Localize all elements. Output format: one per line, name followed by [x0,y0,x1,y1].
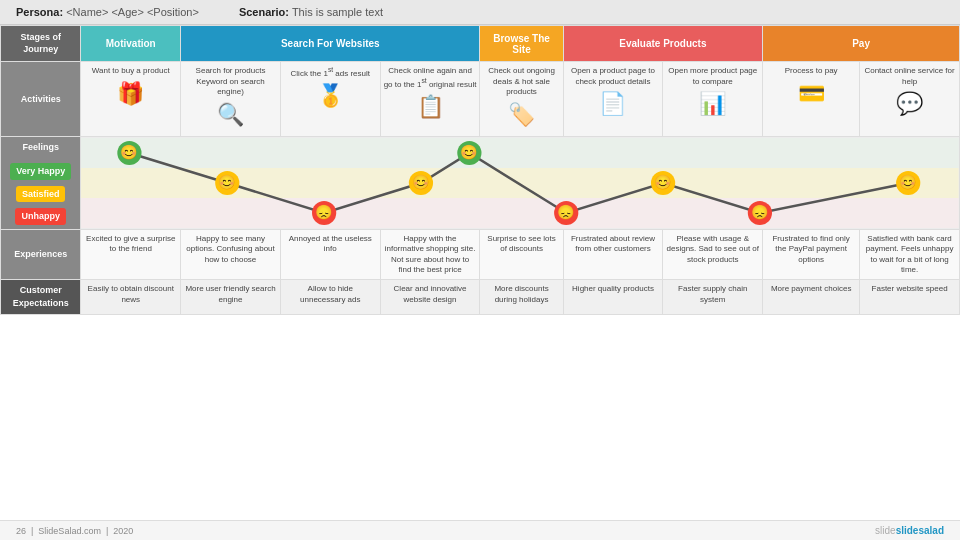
stage-motivation: Motivation [81,26,181,62]
expectation-2: More user friendly search engine [181,280,281,314]
svg-text:😞: 😞 [315,203,333,221]
expectation-1: Easily to obtain discount news [81,280,181,314]
stage-browse: Browse The Site [480,26,563,62]
footer-brand: slideslidesalad [875,525,944,536]
svg-rect-2 [81,198,959,228]
experience-2: Happy to see many options. Confusing abo… [181,229,281,280]
persona-bar: Persona: <Name> <Age> <Position> Scenari… [0,0,960,25]
experience-8: Frustrated to find only the PayPal payme… [763,229,860,280]
activity-6: Open a product page to check product det… [563,62,663,136]
svg-text:😞: 😞 [751,203,769,221]
experiences-label: Experiences [1,229,81,280]
experiences-row: Experiences Excited to give a surprise t… [1,229,960,280]
persona-label: Persona: <Name> <Age> <Position> [16,6,199,18]
expectation-6: Higher quality products [563,280,663,314]
stage-evaluate: Evaluate Products [563,26,763,62]
very-happy-badge: Very Happy [10,163,71,180]
expectation-8: More payment choices [763,280,860,314]
svg-text:😊: 😊 [654,173,672,191]
feelings-row: Feelings Very Happy Satisfied Unhappy [1,136,960,229]
slide: Persona: <Name> <Age> <Position> Scenari… [0,0,960,540]
activity-3: Click the 1st ads result 🥇 [280,62,380,136]
footer-page: 26 | SlideSalad.com | 2020 [16,526,133,536]
activity-4: Check online again and go to the 1st ori… [380,62,480,136]
activities-row: Activities Want to buy a product 🎁 Searc… [1,62,960,136]
footer: 26 | SlideSalad.com | 2020 slideslidesal… [0,520,960,540]
stages-label: Stages of Journey [1,26,81,62]
expectations-label: Customer Expectations [1,280,81,314]
expectation-7: Faster supply chain system [663,280,763,314]
svg-text:😊: 😊 [219,173,237,191]
expectations-row: Customer Expectations Easily to obtain d… [1,280,960,314]
svg-rect-0 [81,138,959,168]
expectation-5: More discounts during holidays [480,280,563,314]
experience-5: Surprise to see lots of discounts [480,229,563,280]
svg-text:😊: 😊 [121,143,139,161]
unhappy-badge: Unhappy [15,208,66,225]
experience-9: Satisfied with bank card payment. Feels … [860,229,960,280]
activity-9: Contact online service for help 💬 [860,62,960,136]
experience-3: Annoyed at the useless info [280,229,380,280]
svg-text:😊: 😊 [900,173,918,191]
feelings-chart-cell: 😊 😊 😞 😊 😊 [81,136,960,229]
feelings-label: Feelings Very Happy Satisfied Unhappy [1,136,81,229]
svg-text:😞: 😞 [558,203,576,221]
experience-1: Excited to give a surprise to the friend [81,229,181,280]
activity-1: Want to buy a product 🎁 [81,62,181,136]
stage-search: Search For Websites [181,26,480,62]
expectation-4: Clear and innovative website design [380,280,480,314]
expectation-3: Allow to hide unnecessary ads [280,280,380,314]
expectation-9: Faster website speed [860,280,960,314]
stage-pay: Pay [763,26,960,62]
activity-8: Process to pay 💳 [763,62,860,136]
svg-text:😊: 😊 [412,173,430,191]
svg-text:😊: 😊 [461,143,479,161]
journey-line-svg: 😊 😊 😞 😊 😊 [81,138,959,228]
satisfied-badge: Satisfied [16,186,66,203]
experience-7: Please with usage & designs. Sad to see … [663,229,763,280]
activity-7: Open more product page to compare 📊 [663,62,763,136]
activity-5: Check out ongoing deals & hot sale produ… [480,62,563,136]
activity-2: Search for products Keyword on search en… [181,62,281,136]
experience-4: Happy with the informative shopping site… [380,229,480,280]
scenario-label: Scenario: This is sample text [239,6,383,18]
activities-label: Activities [1,62,81,136]
journey-table: Stages of Journey Motivation Search For … [0,25,960,315]
stages-header-row: Stages of Journey Motivation Search For … [1,26,960,62]
experience-6: Frustrated about review from other custo… [563,229,663,280]
